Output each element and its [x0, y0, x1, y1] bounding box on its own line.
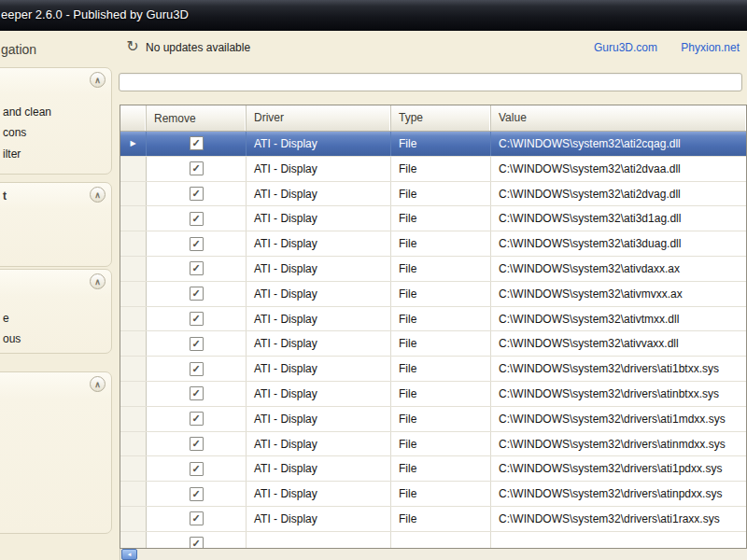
remove-cell: ✓ [147, 432, 247, 456]
guru3d-link[interactable]: Guru3D.com [594, 41, 657, 54]
value-cell: C:\WINDOWS\system32\drivers\atinpdxx.sys [491, 482, 746, 506]
header-value[interactable]: Value [491, 105, 746, 131]
row-selector[interactable] [120, 307, 147, 331]
sidebar-panel-2: ∧ t [0, 182, 112, 267]
table-row[interactable]: ✓ATI - DisplayFileC:\WINDOWS\system32\at… [120, 257, 746, 282]
check-icon: ✓ [191, 364, 200, 374]
table-row[interactable]: ✓ATI - DisplayFileC:\WINDOWS\system32\at… [120, 231, 746, 257]
remove-cell: ✓ [147, 507, 247, 531]
row-selector[interactable] [120, 331, 147, 356]
type-cell: File [391, 206, 491, 231]
table-row[interactable]: ✓ATI - DisplayFileC:\WINDOWS\system32\at… [120, 182, 746, 207]
header-remove[interactable]: Remove [147, 105, 247, 131]
chevron-up-icon[interactable]: ∧ [90, 187, 106, 203]
header-driver[interactable]: Driver [247, 105, 391, 131]
remove-checkbox[interactable]: ✓ [190, 537, 204, 549]
navigation-header: gation [1, 42, 36, 57]
table-row[interactable]: ✓ATI - DisplayFileC:\WINDOWS\system32\dr… [120, 507, 746, 532]
remove-checkbox[interactable]: ✓ [190, 261, 204, 275]
row-selector[interactable] [120, 507, 147, 531]
row-selector[interactable] [120, 206, 147, 231]
row-selector[interactable] [120, 257, 147, 281]
row-selector[interactable] [120, 482, 147, 506]
remove-checkbox[interactable]: ✓ [190, 386, 204, 400]
row-selector[interactable] [120, 182, 147, 206]
remove-checkbox[interactable]: ✓ [190, 312, 204, 326]
header-row-selector [120, 105, 147, 131]
row-selector[interactable] [120, 357, 147, 381]
row-selector[interactable] [120, 432, 147, 456]
remove-cell: ✓ [147, 182, 247, 206]
remove-checkbox[interactable]: ✓ [190, 287, 204, 301]
remove-checkbox[interactable]: ✓ [190, 161, 204, 175]
refresh-icon[interactable]: ↻ [124, 38, 141, 55]
value-cell: C:\WINDOWS\system32\drivers\ati1raxx.sys [491, 507, 746, 531]
table-row[interactable]: ▶✓ATI - DisplayFileC:\WINDOWS\system32\a… [120, 132, 746, 157]
driver-cell: ATI - Display [247, 132, 391, 156]
value-cell: C:\WINDOWS\system32\ati2cqag.dll [491, 132, 746, 156]
table-row[interactable]: ✓ATI - DisplayFileC:\WINDOWS\system32\dr… [120, 382, 746, 407]
table-row[interactable]: ✓ATI - DisplayFileC:\WINDOWS\system32\dr… [120, 482, 746, 507]
table-row[interactable]: ✓ATI - DisplayFileC:\WINDOWS\system32\at… [120, 282, 746, 307]
remove-cell: ✓ [147, 357, 247, 381]
table-row[interactable]: ✓ATI - DisplayFileC:\WINDOWS\system32\at… [120, 331, 746, 357]
remove-cell: ✓ [147, 257, 247, 281]
horizontal-scrollbar[interactable]: ◂ [120, 549, 747, 560]
chevron-up-icon[interactable]: ∧ [90, 273, 106, 289]
remove-cell: ✓ [147, 231, 247, 256]
row-selector[interactable] [120, 456, 147, 481]
row-selector[interactable]: ▶ [120, 132, 147, 156]
chevron-up-icon[interactable]: ∧ [90, 376, 106, 392]
remove-checkbox[interactable]: ✓ [190, 412, 204, 426]
remove-checkbox[interactable]: ✓ [190, 212, 204, 226]
update-status-text: No updates available [146, 41, 250, 54]
table-row[interactable]: ✓ATI - DisplayFileC:\WINDOWS\system32\dr… [120, 456, 746, 482]
value-cell: C:\WINDOWS\system32\ati3duag.dll [491, 231, 746, 256]
row-selector[interactable] [120, 157, 147, 181]
table-row[interactable]: ✓ATI - DisplayFileC:\WINDOWS\system32\at… [120, 206, 746, 231]
remove-checkbox[interactable]: ✓ [190, 362, 204, 376]
remove-checkbox[interactable]: ✓ [190, 187, 204, 201]
scroll-left-button[interactable]: ◂ [121, 549, 137, 560]
driver-cell: ATI - Display [247, 357, 391, 381]
value-cell: C:\WINDOWS\system32\drivers\ati1mdxx.sys [491, 407, 746, 431]
sidebar-item-icons[interactable]: cons [3, 126, 26, 139]
remove-checkbox[interactable]: ✓ [190, 487, 204, 501]
table-row[interactable]: ✓ATI - DisplayFileC:\WINDOWS\system32\dr… [120, 357, 746, 382]
remove-checkbox[interactable]: ✓ [190, 136, 204, 150]
table-row[interactable]: ✓ATI - DisplayFileC:\WINDOWS\system32\at… [120, 157, 746, 182]
type-cell: File [391, 331, 491, 356]
sidebar-item-miscellaneous[interactable]: ous [3, 332, 21, 345]
window-title: eeper 2.6.0 - Published by Guru3D [1, 7, 189, 21]
phyxion-link[interactable]: Phyxion.net [681, 41, 740, 54]
remove-cell: ✓ [147, 331, 247, 356]
remove-checkbox[interactable]: ✓ [190, 337, 204, 351]
value-cell: C:\WINDOWS\system32\drivers\atinmdxx.sys [491, 432, 746, 456]
remove-checkbox[interactable]: ✓ [190, 437, 204, 451]
row-selector[interactable] [120, 231, 147, 256]
table-row[interactable]: ✓ATI - DisplayFileC:\WINDOWS\system32\at… [120, 307, 746, 332]
table-row[interactable]: ✓ATI - DisplayFileC:\WINDOWS\system32\dr… [120, 432, 746, 457]
driver-cell: ATI - Display [247, 407, 391, 431]
row-selector[interactable] [120, 532, 147, 549]
remove-cell: ✓ [147, 482, 247, 506]
header-type[interactable]: Type [391, 105, 491, 131]
remove-checkbox[interactable]: ✓ [190, 511, 204, 525]
table-row[interactable]: ✓ [120, 532, 746, 549]
table-row[interactable]: ✓ATI - DisplayFileC:\WINDOWS\system32\dr… [120, 407, 746, 432]
type-cell: File [391, 282, 491, 306]
type-cell: File [391, 482, 491, 506]
type-cell: File [391, 456, 491, 481]
grid-rows: ▶✓ATI - DisplayFileC:\WINDOWS\system32\a… [120, 132, 746, 549]
row-selector[interactable] [120, 382, 147, 406]
row-selector[interactable] [120, 282, 147, 306]
remove-checkbox[interactable]: ✓ [190, 462, 204, 476]
chevron-up-icon[interactable]: ∧ [90, 72, 106, 88]
driver-cell: ATI - Display [247, 231, 391, 256]
sidebar-item-analyse-clean[interactable]: and clean [3, 105, 51, 119]
row-selector[interactable] [120, 407, 147, 431]
driver-cell: ATI - Display [247, 432, 391, 456]
sidebar-item-theme[interactable]: e [3, 312, 9, 325]
remove-checkbox[interactable]: ✓ [190, 237, 204, 251]
sidebar-item-filter[interactable]: ilter [3, 147, 21, 161]
